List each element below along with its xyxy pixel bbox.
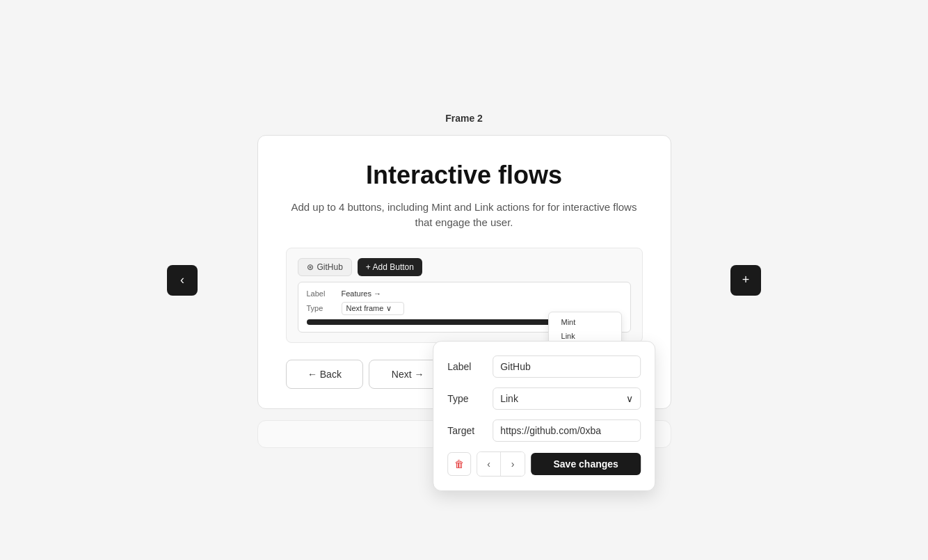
nav-left-button[interactable]: ‹ bbox=[167, 265, 198, 296]
popup-prev-button[interactable]: ‹ bbox=[477, 452, 501, 476]
popup-delete-button[interactable]: 🗑 bbox=[447, 452, 471, 476]
chevron-left-icon: ‹ bbox=[180, 273, 184, 287]
back-button[interactable]: ← Back bbox=[286, 360, 364, 389]
save-changes-button[interactable]: Save changes bbox=[531, 453, 641, 475]
popup-panel: Label Type Link ∨ Target 🗑 ‹ › Save chan… bbox=[433, 341, 655, 491]
github-icon: ⊛ bbox=[307, 262, 314, 272]
preview-type-select: Next frame ∨ bbox=[342, 302, 404, 315]
card-title: Interactive flows bbox=[286, 161, 643, 190]
popup-next-button[interactable]: › bbox=[501, 452, 525, 476]
popup-actions: 🗑 ‹ › Save changes bbox=[447, 451, 641, 477]
preview-area: ⊛ GitHub + Add Button Label Features → T… bbox=[286, 248, 643, 343]
popup-type-select[interactable]: Link ∨ bbox=[493, 387, 641, 410]
popup-type-row: Type Link ∨ bbox=[447, 387, 641, 410]
popup-type-field: Type bbox=[447, 393, 493, 404]
nav-right-button[interactable]: + bbox=[730, 265, 761, 296]
chevron-left-icon: ‹ bbox=[487, 458, 490, 470]
chevron-right-icon: › bbox=[511, 458, 515, 470]
preview-github-button: ⊛ GitHub bbox=[298, 258, 352, 276]
popup-target-field: Target bbox=[447, 425, 493, 436]
popup-label-field: Label bbox=[447, 361, 493, 372]
preview-add-button: + Add Button bbox=[358, 258, 422, 276]
preview-form: Label Features → Type Next frame ∨ Mint … bbox=[298, 282, 631, 333]
popup-target-input[interactable] bbox=[493, 419, 641, 442]
popup-nav-group: ‹ › bbox=[477, 451, 525, 477]
card-description: Add up to 4 buttons, including Mint and … bbox=[286, 200, 643, 231]
plus-icon: + bbox=[742, 273, 750, 287]
popup-label-input[interactable] bbox=[493, 355, 641, 378]
popup-label-row: Label bbox=[447, 355, 641, 378]
chevron-down-icon: ∨ bbox=[626, 393, 633, 404]
popup-target-row: Target bbox=[447, 419, 641, 442]
trash-icon: 🗑 bbox=[454, 458, 464, 470]
frame-label: Frame 2 bbox=[445, 113, 483, 124]
